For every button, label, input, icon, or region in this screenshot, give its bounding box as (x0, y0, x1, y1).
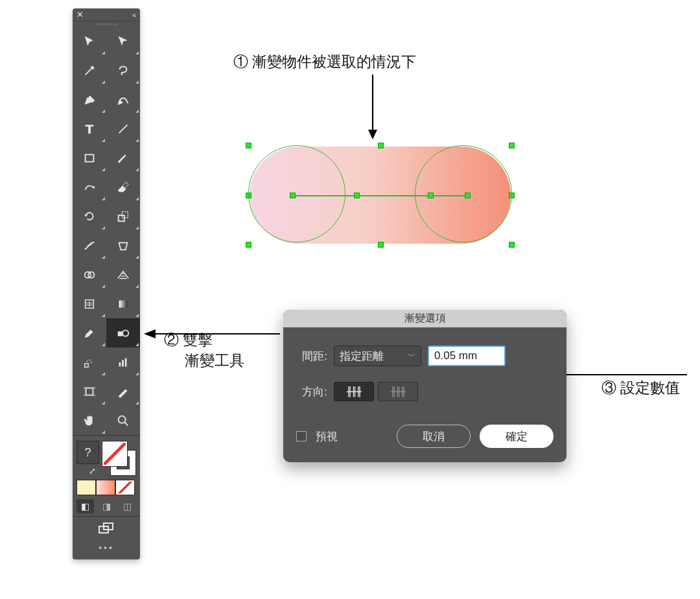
slice-tool[interactable] (106, 377, 140, 406)
screen-mode-section (73, 516, 140, 539)
orientation-align-path[interactable]: ╫╫╫ (378, 382, 418, 401)
svg-marker-29 (144, 329, 156, 338)
svg-rect-1 (86, 154, 94, 161)
lasso-tool[interactable] (106, 56, 140, 85)
eyedropper-tool[interactable] (73, 318, 106, 347)
scale-tool[interactable] (106, 202, 140, 231)
arrow-step2 (144, 327, 280, 340)
eraser-tool[interactable] (106, 172, 140, 202)
symbol-sprayer-tool[interactable] (73, 347, 106, 377)
artboard-tool[interactable] (73, 377, 106, 406)
svg-point-7 (89, 243, 91, 245)
zoom-tool[interactable] (106, 406, 140, 435)
arrow-step1 (366, 75, 379, 139)
hand-tool[interactable] (73, 406, 106, 435)
svg-rect-11 (119, 300, 128, 307)
blend-tool[interactable] (106, 318, 140, 347)
svg-rect-12 (118, 331, 122, 336)
selection-tool[interactable] (73, 27, 106, 56)
swap-fillstroke-icon[interactable]: ⤢ (89, 466, 96, 476)
pen-tool[interactable] (73, 85, 106, 114)
svg-marker-27 (368, 130, 377, 139)
svg-point-2 (93, 186, 95, 189)
svg-point-13 (122, 330, 128, 336)
svg-line-0 (119, 124, 128, 133)
type-tool[interactable] (73, 114, 106, 143)
svg-point-16 (89, 359, 90, 360)
spacing-mode-value: 指定距離 (340, 349, 384, 364)
capsule-shape (250, 147, 511, 244)
orientation-label: 方向: (296, 384, 327, 399)
preview-label: 預視 (316, 429, 338, 444)
screen-mode-button[interactable] (97, 522, 115, 536)
panel-header: ✕ « (73, 8, 140, 21)
rectangle-tool[interactable] (73, 143, 106, 172)
edit-toolbar-icon[interactable]: ••• (73, 543, 140, 553)
blend-options-dialog: 漸變選項 間距: 指定距離 ﹀ 方向: ╫╫╫ ╫╫╫ 預視 取消 確定 (283, 310, 566, 462)
svg-rect-18 (119, 362, 121, 366)
tool-grid (73, 27, 140, 435)
default-fillstroke-button[interactable]: ? (76, 441, 99, 464)
spacing-row: 間距: 指定距離 ﹀ (296, 346, 554, 366)
svg-marker-3 (84, 215, 88, 217)
rotate-tool[interactable] (73, 202, 106, 231)
paintbrush-tool[interactable] (106, 143, 140, 172)
shape-builder-tool[interactable] (73, 260, 106, 289)
step2-label-line2: 漸變工具 (185, 351, 244, 371)
cancel-button[interactable]: 取消 (397, 425, 471, 448)
svg-rect-19 (122, 360, 124, 366)
svg-rect-20 (125, 358, 127, 366)
handle-br[interactable] (509, 242, 515, 248)
draw-inside-icon[interactable]: ◫ (119, 499, 136, 513)
shaper-tool[interactable] (73, 172, 106, 202)
column-graph-tool[interactable] (106, 347, 140, 377)
draw-normal-icon[interactable]: ◧ (76, 499, 94, 513)
handle-tr[interactable] (509, 143, 515, 148)
svg-rect-14 (85, 363, 89, 367)
collapse-icon[interactable]: « (132, 11, 136, 19)
spacing-value-input[interactable] (428, 346, 506, 366)
dialog-title: 漸變選項 (283, 310, 566, 327)
svg-point-22 (119, 416, 126, 423)
spacing-label: 間距: (296, 349, 327, 364)
selected-blend-object[interactable] (250, 147, 511, 244)
fill-stroke-indicator[interactable]: ⤢ (102, 441, 136, 476)
draw-behind-icon[interactable]: ◨ (98, 499, 115, 513)
orientation-align-page[interactable]: ╫╫╫ (334, 382, 374, 401)
close-icon[interactable]: ✕ (76, 10, 84, 19)
grip-icon[interactable] (73, 21, 140, 27)
perspective-grid-tool[interactable] (106, 260, 140, 289)
width-tool[interactable] (73, 231, 106, 260)
mesh-tool[interactable] (73, 289, 106, 318)
tools-panel: ✕ « (73, 8, 140, 559)
color-mode-row (76, 480, 136, 495)
color-swatch-solid[interactable] (76, 480, 96, 495)
fill-swatch[interactable] (102, 441, 128, 467)
free-transform-tool[interactable] (106, 231, 140, 260)
svg-line-23 (125, 422, 128, 425)
svg-point-6 (88, 244, 89, 246)
handle-bl[interactable] (246, 242, 251, 248)
line-tool[interactable] (106, 114, 140, 143)
color-swatch-gradient[interactable] (96, 480, 115, 495)
curvature-tool[interactable] (106, 85, 140, 114)
svg-rect-21 (86, 388, 93, 395)
svg-point-17 (91, 362, 92, 363)
draw-mode-row: ◧ ◨ ◫ (76, 499, 136, 513)
orientation-row: 方向: ╫╫╫ ╫╫╫ (296, 382, 554, 401)
svg-point-15 (86, 360, 88, 362)
magic-wand-tool[interactable] (73, 56, 106, 85)
handle-tl[interactable] (246, 143, 251, 148)
fill-stroke-section: ? ⤢ ◧ ◨ ◫ (73, 435, 140, 516)
spacing-mode-select[interactable]: 指定距離 ﹀ (334, 346, 421, 366)
gradient-tool[interactable] (106, 289, 140, 318)
color-swatch-none[interactable] (115, 480, 135, 495)
direct-selection-tool[interactable] (106, 27, 140, 56)
preview-checkbox[interactable] (296, 431, 307, 441)
ok-button[interactable]: 確定 (480, 425, 554, 448)
chevron-down-icon: ﹀ (408, 351, 415, 362)
step1-label: ① 漸變物件被選取的情況下 (233, 52, 416, 72)
